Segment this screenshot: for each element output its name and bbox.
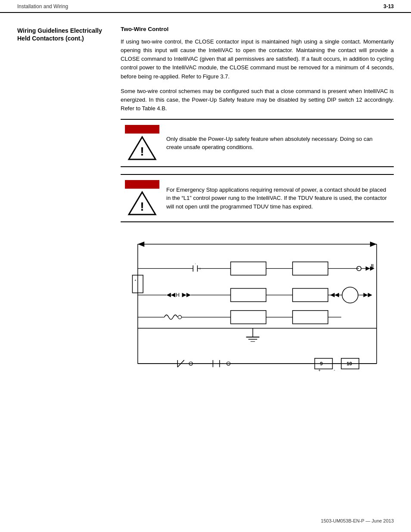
svg-rect-50 [230,311,266,324]
warning-triangle-1: ! [127,135,157,161]
svg-text:*: * [135,279,137,283]
svg-marker-32 [171,293,175,297]
main-content: Two-Wire Control If using two-wire contr… [121,26,394,395]
svg-marker-46 [368,293,372,297]
circuit-diagram: * . + [121,231,394,395]
section-title: Wiring Guidelines Electrically Held Cont… [17,27,112,42]
svg-text:9: 9 [320,361,323,366]
header-section-title: Installation and Wiring [17,3,68,9]
svg-text:!: ! [140,200,144,213]
svg-marker-35 [187,293,191,297]
svg-rect-37 [230,289,266,302]
svg-marker-11 [138,242,144,247]
svg-text:+: + [199,267,201,271]
svg-point-42 [342,287,358,303]
warning-icon-1: ! [125,125,159,161]
warning-triangle-2: ! [127,190,157,216]
svg-rect-52 [293,311,328,324]
svg-point-48 [178,315,181,319]
svg-text:!: ! [140,145,144,158]
paragraph-2: Some two-wire control schemes may be con… [121,87,394,113]
svg-marker-45 [363,293,367,297]
page-header: Installation and Wiring 3-13 [0,0,411,13]
svg-rect-21 [230,262,266,275]
warning-bar-1 [125,125,159,134]
svg-text:10: 10 [346,361,352,366]
warning-box-1: ! Only disable the Power-Up safety featu… [121,119,394,167]
page-content: Wiring Guidelines Electrically Held Cont… [0,13,411,408]
svg-text:H: H [176,292,180,298]
circuit-svg: * . + [121,231,394,395]
subsection-title: Two-Wire Control [121,26,394,32]
warning-text-2: For Emergency Stop applications requirin… [166,186,389,211]
footer-text: 1503-UM053B-EN-P — June 2013 [321,518,394,523]
svg-text:-: - [334,368,335,372]
svg-marker-34 [182,293,186,297]
left-sidebar: Wiring Guidelines Electrically Held Cont… [17,26,112,395]
paragraph-1: If using two-wire control, the CLOSE con… [121,37,394,81]
warning-icon-2: ! [125,180,159,216]
warning-box-2: ! For Emergency Stop applications requir… [121,174,394,222]
header-page-num: 3-13 [383,3,394,9]
svg-marker-27 [366,266,370,271]
svg-marker-31 [166,293,171,297]
svg-rect-39 [293,289,328,302]
svg-text:||: || [371,263,374,268]
page-footer: 1503-UM053B-EN-P — June 2013 [321,518,394,523]
warning-bar-2 [125,180,159,189]
warning-text-1: Only disable the Power-Up safety feature… [166,135,389,152]
svg-text:+: + [318,368,321,373]
svg-rect-23 [293,262,328,275]
svg-marker-12 [370,242,377,247]
svg-text:.: . [195,261,196,265]
